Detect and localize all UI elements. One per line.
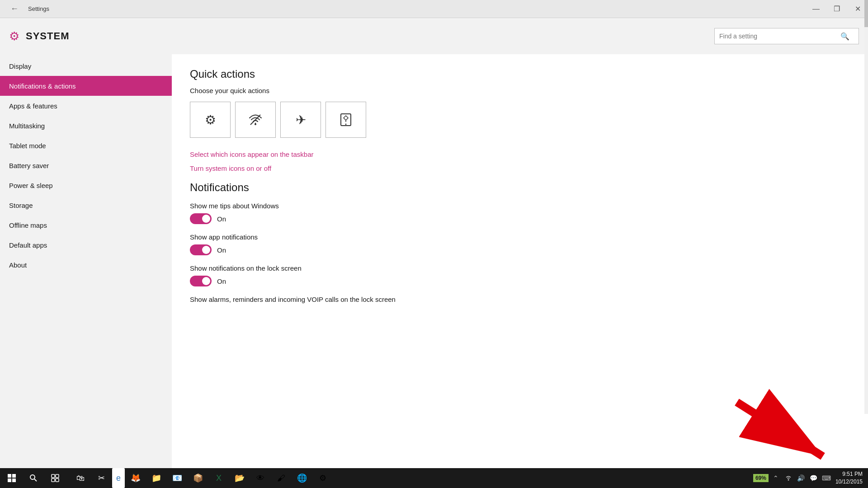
- toggle-appnotif-label: Show app notifications: [190, 233, 850, 241]
- sidebar-item-notifications[interactable]: Notifications & actions: [0, 76, 172, 96]
- search-taskbar-button[interactable]: [24, 468, 43, 488]
- title-bar-controls: — ❐ ✕: [806, 0, 868, 18]
- sidebar-item-label: Power & sleep: [9, 182, 53, 189]
- search-icon[interactable]: 🔍: [840, 32, 849, 41]
- toggle-tips-state: On: [217, 215, 226, 223]
- sidebar-item-about[interactable]: About: [0, 255, 172, 275]
- main-layout: Display Notifications & actions Apps & f…: [0, 54, 868, 468]
- sidebar-item-tablet[interactable]: Tablet mode: [0, 136, 172, 155]
- taskbar-mail[interactable]: 📧: [167, 468, 187, 488]
- minimize-button[interactable]: —: [806, 0, 826, 18]
- search-box[interactable]: 🔍: [714, 28, 859, 44]
- system-icons-link[interactable]: Turn system icons on or off: [190, 164, 850, 172]
- svg-point-0: [255, 123, 256, 125]
- scrollbar-thumb[interactable]: [864, 0, 868, 27]
- app-header: ⚙ SYSTEM 🔍: [0, 18, 868, 54]
- toggle-lockscreen-row: Show notifications on the lock screen On: [190, 264, 850, 286]
- toggle-alarms-label: Show alarms, reminders and incoming VOIP…: [190, 296, 850, 303]
- svg-point-17: [788, 479, 789, 481]
- back-button[interactable]: ←: [5, 0, 24, 18]
- sidebar-item-label: Offline maps: [9, 221, 47, 229]
- app-title: SYSTEM: [26, 30, 69, 42]
- sidebar-item-label: Default apps: [9, 241, 47, 249]
- sidebar-item-apps[interactable]: Apps & features: [0, 96, 172, 116]
- sidebar-item-label: Display: [9, 62, 31, 70]
- search-input[interactable]: [719, 33, 837, 40]
- toggle-appnotif[interactable]: [190, 244, 212, 255]
- toggle-lockscreen-label: Show notifications on the lock screen: [190, 264, 850, 272]
- sidebar-item-default[interactable]: Default apps: [0, 235, 172, 255]
- taskbar-globe[interactable]: 🌐: [292, 468, 312, 488]
- sidebar-item-label: Multitasking: [9, 122, 45, 130]
- volume-icon[interactable]: 🔊: [796, 468, 807, 488]
- sidebar-item-offline[interactable]: Offline maps: [0, 215, 172, 235]
- task-view-button[interactable]: [45, 468, 65, 488]
- taskbar-edge[interactable]: e: [112, 468, 125, 488]
- chevron-up-icon[interactable]: ⌃: [770, 468, 781, 488]
- svg-rect-15: [52, 479, 55, 482]
- taskbar-cube[interactable]: 📦: [188, 468, 208, 488]
- quick-action-settings[interactable]: ⚙: [190, 102, 231, 138]
- title-bar-title: Settings: [28, 5, 49, 12]
- taskbar-files[interactable]: 📂: [230, 468, 250, 488]
- maximize-button[interactable]: ❐: [826, 0, 847, 18]
- taskbar-excel[interactable]: X: [209, 468, 229, 488]
- scrollbar-track[interactable]: [864, 0, 868, 414]
- svg-point-3: [345, 124, 347, 125]
- svg-rect-13: [52, 474, 55, 478]
- sidebar-item-power[interactable]: Power & sleep: [0, 175, 172, 195]
- quick-action-wifi[interactable]: [235, 102, 276, 138]
- title-bar: ← Settings — ❐ ✕: [0, 0, 868, 18]
- taskbar-apps: 🛍 ✂ e 🦊 📁 📧 📦 X 📂 👁 🖌 🌐 ⚙: [71, 468, 333, 488]
- sidebar-item-battery[interactable]: Battery saver: [0, 155, 172, 175]
- taskbar-scissors[interactable]: ✂: [91, 468, 111, 488]
- battery-indicator: 69%: [753, 474, 769, 482]
- sidebar-item-display[interactable]: Display: [0, 56, 172, 76]
- toggle-tips-wrap: On: [190, 213, 850, 224]
- toggle-tips[interactable]: [190, 213, 212, 224]
- quick-actions-subtitle: Choose your quick actions: [190, 87, 850, 94]
- quick-actions-row: ⚙ ✈: [190, 102, 850, 138]
- taskbar-eye[interactable]: 👁: [250, 468, 270, 488]
- sidebar-item-storage[interactable]: Storage: [0, 195, 172, 215]
- notification-icon[interactable]: 💬: [808, 468, 819, 488]
- date-display: 10/12/2015: [835, 478, 863, 486]
- toggle-appnotif-wrap: On: [190, 244, 850, 255]
- toggle-lockscreen-wrap: On: [190, 276, 850, 286]
- taskbar: 🛍 ✂ e 🦊 📁 📧 📦 X 📂 👁 🖌 🌐 ⚙ 69% ⌃: [0, 468, 868, 488]
- taskbar-icons-link[interactable]: Select which icons appear on the taskbar: [190, 150, 850, 158]
- toggle-tips-label: Show me tips about Windows: [190, 202, 850, 210]
- taskbar-right: 69% ⌃ 🔊 💬 ⌨ 9:51 PM 10/12/2015: [753, 468, 868, 488]
- svg-rect-8: [12, 474, 16, 478]
- wifi-taskbar-icon[interactable]: [783, 468, 794, 488]
- sidebar: Display Notifications & actions Apps & f…: [0, 54, 172, 468]
- sidebar-item-multitasking[interactable]: Multitasking: [0, 116, 172, 136]
- svg-rect-10: [12, 479, 16, 482]
- sidebar-item-label: Apps & features: [9, 102, 57, 110]
- taskbar-settings-app[interactable]: ⚙: [313, 468, 333, 488]
- content-area: Quick actions Choose your quick actions …: [172, 54, 868, 468]
- start-button[interactable]: [2, 468, 22, 488]
- taskbar-store[interactable]: 🛍: [71, 468, 90, 488]
- quick-action-tablet[interactable]: [326, 102, 366, 138]
- taskbar-firefox[interactable]: 🦊: [126, 468, 146, 488]
- app-header-left: ⚙ SYSTEM: [9, 29, 69, 43]
- svg-rect-14: [56, 474, 59, 478]
- sidebar-item-label: Battery saver: [9, 162, 49, 169]
- taskbar-explorer[interactable]: 📁: [146, 468, 166, 488]
- taskbar-left: 🛍 ✂ e 🦊 📁 📧 📦 X 📂 👁 🖌 🌐 ⚙: [0, 468, 333, 488]
- toggle-alarms-row: Show alarms, reminders and incoming VOIP…: [190, 296, 850, 303]
- sidebar-item-label: Storage: [9, 202, 33, 209]
- time-date-display[interactable]: 9:51 PM 10/12/2015: [834, 470, 864, 486]
- battery-percent: 69%: [755, 475, 766, 481]
- keyboard-icon[interactable]: ⌨: [821, 468, 832, 488]
- time-display: 9:51 PM: [835, 470, 863, 478]
- toggle-lockscreen[interactable]: [190, 276, 212, 286]
- svg-line-12: [34, 479, 37, 481]
- quick-action-airplane[interactable]: ✈: [280, 102, 321, 138]
- taskbar-paint[interactable]: 🖌: [271, 468, 291, 488]
- toggle-appnotif-row: Show app notifications On: [190, 233, 850, 255]
- quick-actions-title: Quick actions: [190, 68, 850, 80]
- sidebar-item-label: Notifications & actions: [9, 82, 76, 90]
- svg-rect-7: [8, 474, 11, 478]
